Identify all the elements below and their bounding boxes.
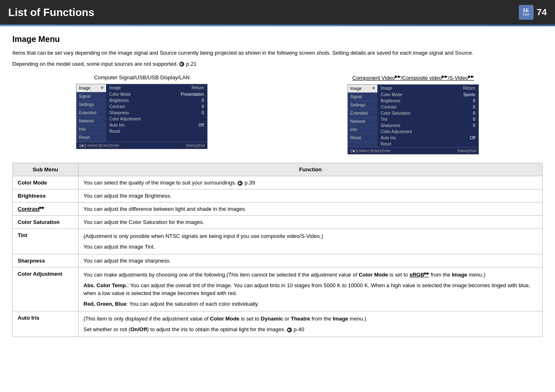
screenshots-section: Computer Signal/USB/USB Display/LAN Imag…: [12, 74, 543, 154]
menu-right-area-left: Image Return Color Mode Presentation Bri…: [106, 84, 207, 142]
menu-item-signal-left[interactable]: Signal: [76, 92, 106, 101]
table-row: Brightness You can adjust the image Brig…: [13, 189, 543, 203]
menu-row-colorsat-right: Color Saturation 0: [377, 110, 479, 116]
screenshot-left-label: Computer Signal/USB/USB Display/LAN: [39, 74, 245, 81]
menu-tint-value-r: 0: [473, 117, 475, 122]
note-text: Depending on the model used, some input …: [12, 61, 543, 67]
section-title: Image Menu: [12, 35, 543, 44]
autoiris-colormode-ref: Color Mode: [210, 316, 240, 322]
menu-box-inner-left: Image ⚙ Signal Settings Extended Network…: [76, 84, 207, 142]
menu-brightness-label: Brightness: [109, 98, 129, 103]
page-number: 74: [537, 7, 547, 18]
submenu-colormode: Color Mode: [13, 176, 79, 189]
screenshot-left-label-text: Computer Signal/USB/USB Display/LAN: [94, 74, 190, 81]
menu-item-reset-left[interactable]: Reset: [76, 134, 106, 142]
menu-footer-right-text-r: [Menu]:Exit: [458, 149, 476, 153]
coloradj-rgb-label: Red, Green, Blue: [83, 301, 127, 307]
menu-tint-label-r: Tint: [381, 117, 387, 122]
function-autoiris: (This item is only displayed if the adju…: [79, 311, 543, 337]
contrast-superscript: ▶▶: [39, 206, 44, 210]
menu-contrast-label: Contrast: [109, 104, 125, 109]
menu-row-sharpness-right: Sharpness 0: [377, 122, 479, 129]
submenu-contrast: Contrast▶▶: [13, 203, 79, 216]
coloradj-colormode-ref: Color Mode: [358, 272, 388, 278]
menu-left-sidebar: Image ⚙ Signal Settings Extended Network…: [76, 84, 106, 142]
screenshot-right-label-text: Component Video▶▶/Composite video▶▶/S-Vi…: [352, 75, 474, 81]
screenshot-left: Computer Signal/USB/USB Display/LAN Imag…: [39, 74, 245, 154]
autoiris-ref-icon: [287, 327, 292, 332]
menu-item-info-left[interactable]: Info: [76, 125, 106, 134]
menu-footer-left-text: ([◆]):Select [Enter]:Enter: [79, 143, 120, 148]
menu-bottom-right: ([◆]):Select [Enter]:Enter [Menu]:Exit: [348, 147, 479, 154]
coloradj-line3: Red, Green, Blue: You can adjust the sat…: [83, 300, 537, 308]
menu-autoiris-value: Off: [199, 123, 204, 127]
function-table: Sub Menu Function Color Mode You can sel…: [12, 163, 543, 337]
menu-row-reset-right: Reset: [377, 141, 479, 147]
menu-contrast-value: 0: [201, 104, 204, 109]
menu-item-signal-right[interactable]: Signal: [348, 93, 377, 101]
menu-item-extended-right[interactable]: Extended: [348, 109, 377, 118]
menu-footer-left-text-r: ([◆]):Select [Enter]:Enter: [350, 149, 391, 153]
table-row: Auto Iris (This item is only displayed i…: [13, 311, 543, 337]
menu-colorsat-value-r: 0: [473, 111, 475, 115]
menu-item-image-right[interactable]: Image ⚙: [348, 85, 377, 93]
table-row: Sharpness You can adjust the image sharp…: [13, 254, 543, 267]
menu-item-info-right[interactable]: Info: [348, 126, 377, 134]
menu-row-coloradj-right: Color Adjustment: [377, 129, 479, 135]
header-right: EE TOP 74: [519, 5, 547, 20]
menu-row-colormode-right: Color Mode Sports: [377, 92, 479, 98]
menu-item-extended-left[interactable]: Extended: [76, 109, 106, 117]
menu-box-inner-right: Image ⚙ Signal Settings Extended Network…: [348, 85, 479, 147]
logo-line1: EE: [523, 8, 529, 13]
menu-row-sharpness-left: Sharpness 0: [106, 110, 207, 116]
note-ref-icon: [179, 62, 184, 67]
menu-item-network-right[interactable]: Network: [348, 118, 377, 126]
menu-brightness-value-r: 0: [473, 99, 475, 103]
function-colorsat: You can adjust the Color Saturation for …: [79, 216, 543, 229]
tint-line1: (Adjustment is only possible when NTSC s…: [83, 232, 537, 240]
menu-sharpness-label: Sharpness: [109, 111, 129, 115]
menu-item-reset-right[interactable]: Reset: [348, 134, 377, 142]
menu-box-left: Image ⚙ Signal Settings Extended Network…: [76, 84, 208, 149]
menu-item-settings-right[interactable]: Settings: [348, 101, 377, 109]
table-row: Contrast▶▶ You can adjust the difference…: [13, 203, 543, 216]
autoiris-onoff-label: On/Off: [130, 326, 147, 332]
page-title: List of Functions: [8, 6, 94, 19]
menu-row-contrast-left: Contrast 0: [106, 104, 207, 110]
header: List of Functions EE TOP 74: [0, 0, 555, 25]
header-logo: EE TOP: [519, 5, 534, 20]
function-tint: (Adjustment is only possible when NTSC s…: [79, 229, 543, 254]
menu-reset-label: Reset: [109, 129, 120, 134]
menu-header-label-left: Image: [109, 85, 121, 90]
menu-bottom-left: ([◆]):Select [Enter]:Enter [Menu]:Exit: [76, 142, 207, 149]
function-sharpness: You can adjust the image sharpness.: [79, 254, 543, 267]
menu-brightness-label-r: Brightness: [381, 99, 400, 103]
colormode-ref-icon: [238, 181, 243, 186]
menu-item-settings-left[interactable]: Settings: [76, 101, 106, 109]
menu-reset-label-r: Reset: [381, 142, 391, 146]
menu-row-autoiris-left: Auto Iris Off: [106, 122, 207, 128]
menu-row-contrast-right: Contrast 0: [377, 104, 479, 110]
screenshot-right: Component Video▶▶/Composite video▶▶/S-Vi…: [310, 74, 516, 154]
autoiris-line2: Set whether or not (On/Off) to adjust th…: [83, 325, 537, 334]
table-row: Tint (Adjustment is only possible when N…: [13, 229, 543, 254]
menu-box-right: Image ⚙ Signal Settings Extended Network…: [347, 84, 479, 154]
submenu-coloradj: Color Adjustment: [13, 267, 79, 311]
menu-colorsat-label-r: Color Saturation: [381, 111, 410, 115]
coloradj-image-ref: Image: [452, 272, 467, 278]
logo-line2: TOP: [523, 13, 530, 16]
contrast-label: Contrast: [18, 206, 39, 212]
menu-row-tint-right: Tint 0: [377, 116, 479, 122]
menu-item-image-left[interactable]: Image ⚙: [76, 84, 106, 92]
menu-colormode-label: Color Mode: [109, 92, 131, 97]
function-coloradj: You can make adjustments by choosing one…: [79, 267, 543, 311]
menu-colormode-value-r: Sports: [463, 92, 475, 97]
coloradj-abs-label: Abs. Color Temp.: [83, 282, 127, 288]
submenu-sharpness: Sharpness: [13, 254, 79, 267]
menu-sharpness-value-r: 0: [473, 123, 475, 128]
autoiris-theatre-ref: Theatre: [291, 316, 310, 322]
coloradj-line2: Abs. Color Temp.: You can adjust the ove…: [83, 281, 537, 297]
menu-autoiris-label: Auto Iris: [109, 123, 125, 127]
menu-row-coloradj-left: Color Adjustment: [106, 116, 207, 122]
menu-item-network-left[interactable]: Network: [76, 117, 106, 125]
